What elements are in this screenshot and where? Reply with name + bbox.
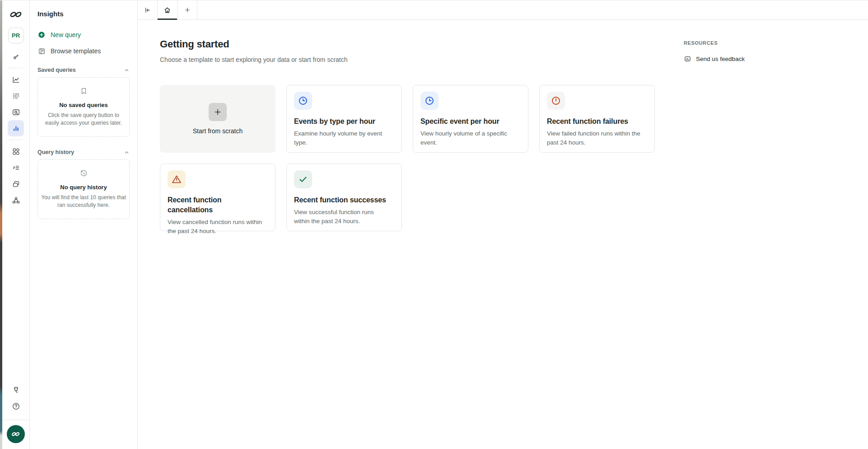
divider	[2, 420, 29, 420]
divider	[8, 68, 23, 68]
saved-queries-empty-text: Click the save query button to easily ac…	[40, 112, 127, 126]
keys-icon[interactable]	[8, 48, 24, 65]
sidebar-actions: New query Browse templates	[37, 28, 130, 57]
template-card-events-by-type[interactable]: Events by type per hour Examine hourly v…	[286, 85, 402, 153]
insights-sidebar: Insights New query Browse templates	[30, 0, 138, 449]
user-avatar[interactable]	[7, 425, 25, 443]
feedback-icon	[684, 55, 691, 63]
clock-icon	[294, 92, 312, 110]
query-history-empty-title: No query history	[60, 183, 107, 192]
metrics-icon[interactable]	[8, 71, 24, 88]
template-card-function-successes[interactable]: Recent function successes View successfu…	[286, 164, 402, 231]
event-logs-icon[interactable]	[8, 88, 24, 104]
windows-icon[interactable]	[8, 176, 24, 192]
card-description: Examine hourly volume by event type.	[294, 129, 389, 147]
plus-circle-icon	[37, 31, 46, 39]
start-from-scratch-label: Start from scratch	[193, 127, 243, 135]
chevron-up-icon	[124, 150, 130, 155]
clock-icon	[420, 92, 439, 110]
card-title: Recent function cancellations	[168, 195, 268, 215]
run-search-icon[interactable]	[8, 104, 24, 120]
new-query-button[interactable]: New query	[37, 28, 130, 41]
help-icon[interactable]	[8, 398, 24, 414]
card-description: View hourly volume of a specific event.	[420, 129, 515, 147]
home-icon	[163, 6, 171, 14]
new-tab-button[interactable]	[177, 0, 197, 19]
card-title: Events by type per hour	[294, 117, 394, 126]
card-title: Specific event per hour	[420, 117, 521, 126]
tab-bar	[138, 0, 868, 20]
browse-templates-label: Browse templates	[51, 47, 101, 55]
templates-icon	[37, 47, 46, 55]
plus-icon	[209, 103, 227, 121]
getting-started-view: Getting started Choose a template to sta…	[138, 20, 868, 449]
resources-panel: RESOURCES Send us feedback	[684, 20, 868, 449]
tab-home[interactable]	[158, 0, 177, 19]
queue-icon[interactable]	[8, 159, 24, 176]
saved-queries-empty-state: No saved queries Click the save query bu…	[37, 77, 130, 137]
start-from-scratch-card[interactable]: Start from scratch	[160, 85, 275, 153]
collapse-sidebar-button[interactable]	[138, 0, 158, 19]
nav-rail: PR	[2, 0, 30, 449]
saved-queries-title: Saved queries	[37, 66, 76, 74]
main-content: Getting started Choose a template to sta…	[138, 0, 868, 449]
environment-badge[interactable]: PR	[8, 28, 24, 43]
card-description: View failed function runs within the pas…	[547, 129, 642, 147]
page-title: Getting started	[160, 38, 655, 51]
query-history-title: Query history	[37, 149, 74, 156]
getting-started-column: Getting started Choose a template to sta…	[160, 20, 655, 449]
alert-circle-icon	[547, 92, 565, 110]
card-description: View cancelled function runs within the …	[168, 218, 262, 236]
inngest-logo[interactable]	[8, 6, 24, 23]
card-description: View successful function runs within the…	[294, 208, 389, 226]
environment-badge-label: PR	[12, 32, 20, 39]
history-icon	[79, 169, 88, 178]
integrations-plug-icon[interactable]	[8, 382, 24, 398]
webhooks-icon[interactable]	[8, 192, 24, 208]
page-subtitle: Choose a template to start exploring you…	[160, 55, 655, 64]
browse-templates-button[interactable]: Browse templates	[37, 45, 130, 57]
bookmark-icon	[79, 87, 88, 95]
query-history-section-header[interactable]: Query history	[37, 149, 130, 156]
send-feedback-label: Send us feedback	[696, 56, 745, 62]
divider	[8, 140, 23, 140]
template-card-specific-event[interactable]: Specific event per hour View hourly volu…	[413, 85, 528, 153]
card-title: Recent function failures	[547, 117, 647, 126]
template-card-function-failures[interactable]: Recent function failures View failed fun…	[539, 85, 655, 153]
card-title: Recent function successes	[294, 195, 394, 205]
check-icon	[294, 170, 312, 188]
send-feedback-button[interactable]: Send us feedback	[684, 55, 745, 63]
warning-triangle-icon	[168, 170, 186, 188]
app-window: PR	[0, 0, 868, 449]
sidebar-title: Insights	[37, 9, 130, 19]
chevron-up-icon	[124, 67, 130, 73]
apps-icon[interactable]	[8, 143, 24, 159]
query-history-empty-state: No query history You will find the last …	[37, 159, 130, 219]
query-history-empty-text: You will find the last 10 queries that r…	[40, 194, 127, 209]
insights-icon[interactable]	[8, 120, 24, 136]
saved-queries-section-header[interactable]: Saved queries	[37, 66, 130, 74]
template-card-function-cancellations[interactable]: Recent function cancellations View cance…	[160, 164, 275, 231]
resources-heading: RESOURCES	[684, 40, 868, 46]
saved-queries-empty-title: No saved queries	[59, 101, 108, 109]
rail-bottom	[2, 382, 29, 449]
template-card-grid: Start from scratch Events by type per ho…	[160, 85, 655, 231]
new-query-label: New query	[51, 31, 81, 38]
